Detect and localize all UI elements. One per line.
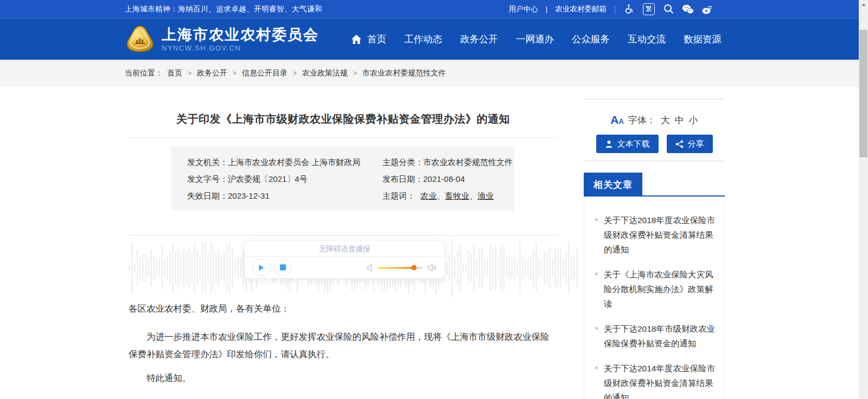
breadcrumb-item[interactable]: 首页 — [167, 68, 182, 78]
paragraph-closing: 特此通知。 — [129, 369, 558, 387]
expiry-date: 2023-12-31 — [228, 191, 270, 200]
separator: 、 — [469, 191, 477, 201]
page: 上海城市精神：海纳百川、追求卓越、开明睿智、大气谦和 用户中心|农业农村委邮箱 … — [0, 0, 868, 399]
topbar-link[interactable]: 用户中心 — [509, 4, 538, 14]
bullet-icon — [595, 218, 598, 221]
top-utility-bar: 上海城市精神：海纳百川、追求卓越、开明睿智、大气谦和 用户中心|农业农村委邮箱 … — [0, 0, 859, 18]
meta-label: 发文字号： — [187, 174, 228, 183]
publish-date: 2021-08-04 — [423, 174, 465, 183]
keyword-link[interactable]: 渔业 — [477, 191, 494, 201]
related-articles-section: 相关文章 关于下达2018年度农业保险市级财政保费补贴资金清算结果的通知 关于《… — [584, 173, 725, 399]
related-article-link[interactable]: 关于《上海市农业保险大灾风险分散机制实施办法》政策解读 — [595, 267, 717, 311]
nav-item[interactable]: 互动交流 — [628, 33, 666, 46]
nav-item[interactable]: 工作动态 — [404, 33, 442, 46]
volume-knob[interactable] — [411, 265, 417, 270]
font-size-option[interactable]: 大 — [661, 114, 670, 126]
topbar-link[interactable]: 农业农村委邮箱 — [555, 4, 607, 14]
nav-item[interactable]: 数据资源 — [684, 33, 722, 46]
separator: 、 — [437, 191, 445, 201]
separator: > — [293, 69, 297, 77]
nav-item[interactable]: 首页 — [367, 33, 386, 46]
accessibility-icon[interactable] — [623, 3, 635, 15]
meta-label: 主题词： — [382, 191, 415, 200]
audio-player-controls — [245, 257, 444, 278]
bullet-icon — [595, 273, 598, 275]
article-content: 关于印发《上海市市级财政农业保险保费补贴资金管理办法》的通知 发文机关：上海市农… — [129, 87, 558, 399]
stop-button[interactable] — [274, 259, 291, 276]
sidebar: AA 字体： 大中小 文本下载 分享 — [584, 87, 725, 399]
meta-label: 发文机关： — [187, 157, 228, 167]
font-size-icon: AA — [610, 113, 624, 126]
person-icon — [605, 140, 613, 148]
volume-group — [367, 264, 437, 271]
paragraph-body: 为进一步推进本市农业保险工作，更好发挥农业保险的风险补偿作用，现将《上海市市级财… — [129, 328, 558, 363]
nav-item[interactable]: 公众服务 — [572, 33, 610, 46]
paragraph-salutation: 各区农业农村委、财政局，各有关单位： — [129, 300, 558, 317]
article-body: 各区农业农村委、财政局，各有关单位： 为进一步推进本市农业保险工作，更好发挥农业… — [129, 300, 558, 387]
bullet-icon — [595, 366, 598, 369]
breadcrumb-item[interactable]: 政务公开 — [197, 68, 227, 78]
site-url: NYNCW.SH.GOV.CN — [162, 44, 319, 52]
meta-label: 主题分类： — [382, 157, 423, 167]
related-article-link[interactable]: 关于下达2018年市级财政农业保险保费补贴资金的通知 — [595, 321, 717, 351]
meta-label: 失效日期： — [187, 191, 228, 200]
divider — [129, 235, 558, 236]
search-icon[interactable] — [662, 3, 674, 15]
keyword-link[interactable]: 农业 — [420, 191, 437, 201]
site-header: 上海市农业农村委员会 NYNCW.SH.GOV.CN 首页工作动态政务公开一网通… — [0, 18, 859, 60]
separator: | — [614, 5, 616, 13]
breadcrumb-item[interactable]: 市农业农村委规范性文件 — [362, 68, 446, 78]
scroll-up-arrow[interactable] — [859, 0, 868, 9]
nav-item[interactable]: 一网通办 — [516, 33, 554, 46]
main-area: 关于印发《上海市市级财政农业保险保费补贴资金管理办法》的通知 发文机关：上海市农… — [0, 87, 859, 399]
keyword-link[interactable]: 畜牧业 — [445, 191, 469, 201]
action-buttons: 文本下载 分享 — [584, 135, 725, 153]
breadcrumb-item[interactable]: 农业政策法规 — [302, 68, 348, 78]
audio-player: 无障碍语音播报 — [244, 240, 445, 278]
related-article-link[interactable]: 关于下达2014年度农业保险市级财政保费补贴资金清算结果的通知 — [595, 361, 717, 399]
separator: > — [353, 69, 357, 77]
divider — [584, 161, 725, 161]
play-button[interactable] — [252, 259, 270, 276]
topbar-links: 用户中心|农业农村委邮箱 — [509, 4, 607, 14]
font-size-option[interactable]: 小 — [689, 114, 698, 126]
bullet-icon — [595, 327, 598, 330]
doc-number: 沪农委规〔2021〕4号 — [228, 174, 308, 183]
font-size-option[interactable]: 中 — [675, 114, 684, 126]
site-logo-group[interactable]: 上海市农业农村委员会 NYNCW.SH.GOV.CN — [125, 24, 319, 54]
issuing-org: 上海市农业农村委员会 上海市财政局 — [228, 157, 360, 167]
share-button[interactable]: 分享 — [667, 135, 713, 153]
volume-slider[interactable] — [378, 265, 423, 270]
volume-low-icon — [367, 264, 373, 271]
breadcrumb-label: 当前位置： — [125, 68, 163, 78]
separator: | — [546, 5, 548, 13]
article-title: 关于印发《上海市市级财政农业保险保费补贴资金管理办法》的通知 — [129, 112, 558, 126]
volume-high-icon — [427, 264, 437, 271]
city-spirit-slogan: 上海城市精神：海纳百川、追求卓越、开明睿智、大气谦和 — [125, 4, 322, 14]
nav-item[interactable]: 政务公开 — [460, 33, 498, 46]
topic-category: 市农业农村委规范性文件 — [423, 157, 513, 167]
font-label: 字体： — [628, 114, 656, 126]
document-meta-box: 发文机关：上海市农业农村委员会 上海市财政局 主题分类：市农业农村委规范性文件 … — [171, 147, 514, 211]
scrollbar-thumb[interactable] — [859, 30, 867, 157]
related-articles-header: 相关文章 — [584, 173, 725, 197]
meta-label: 发布日期： — [382, 174, 423, 183]
related-articles-list: 关于下达2018年度农业保险市级财政保费补贴资金清算结果的通知 关于《上海市农业… — [584, 197, 725, 399]
weibo-icon[interactable] — [701, 3, 713, 15]
font-size-controls: AA 字体： 大中小 — [584, 111, 725, 129]
breadcrumb-item[interactable]: 信息公开目录 — [242, 68, 288, 78]
text-download-button[interactable]: 文本下载 — [596, 135, 659, 153]
traditional-chinese-toggle[interactable]: 繁 — [643, 3, 655, 15]
divider — [584, 99, 725, 99]
site-name: 上海市农业农村委员会 — [162, 27, 319, 43]
breadcrumb-bar: 当前位置： 首页>政务公开>信息公开目录>农业政策法规>市农业农村委规范性文件 — [0, 60, 859, 87]
related-articles-title: 相关文章 — [584, 173, 642, 197]
wechat-icon[interactable] — [682, 3, 694, 15]
separator: > — [188, 69, 192, 77]
divider — [129, 137, 558, 138]
vertical-scrollbar[interactable] — [859, 0, 868, 399]
home-icon[interactable] — [352, 35, 361, 44]
audio-player-title: 无障碍语音播报 — [245, 241, 444, 257]
related-article-link[interactable]: 关于下达2018年度农业保险市级财政保费补贴资金清算结果的通知 — [595, 213, 717, 257]
breadcrumb: 当前位置： 首页>政务公开>信息公开目录>农业政策法规>市农业农村委规范性文件 — [125, 68, 446, 78]
